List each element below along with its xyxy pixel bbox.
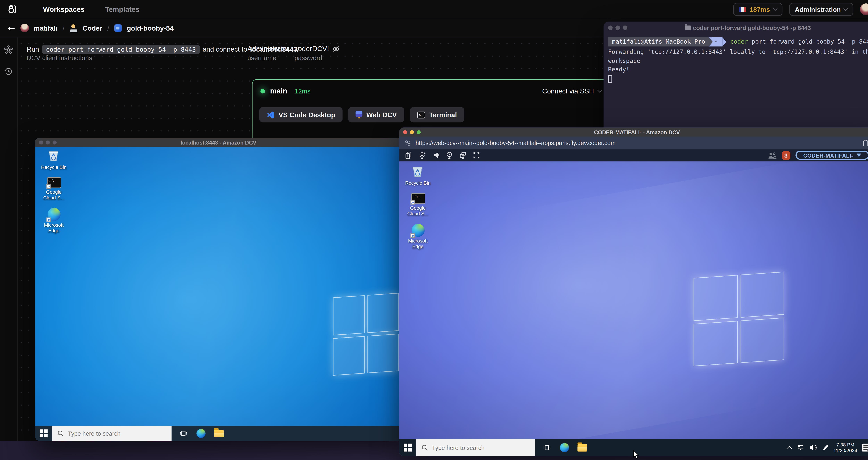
breadcrumb-workspace[interactable]: gold-booby-54 bbox=[127, 24, 174, 32]
start-button[interactable] bbox=[35, 426, 52, 441]
prompt-host-segment: matifali@Atifs-MacBook-Pro bbox=[608, 37, 709, 47]
taskbar-search[interactable] bbox=[52, 426, 172, 441]
start-button[interactable] bbox=[399, 439, 416, 456]
username-value: Administrator bbox=[247, 45, 289, 53]
user-avatar[interactable] bbox=[860, 3, 868, 15]
search-icon bbox=[57, 430, 64, 437]
folder-icon bbox=[685, 25, 691, 30]
desktop-icon-label: Recycle Bin bbox=[405, 180, 431, 186]
desktop-icons: Recycle Bin ↗ Google Cloud S... ↗ Micros… bbox=[37, 149, 70, 233]
administration-dropdown[interactable]: Administration bbox=[789, 3, 853, 16]
connect-via-ssh-dropdown[interactable]: Connect via SSH bbox=[542, 87, 601, 95]
terminal-titlebar[interactable]: coder port-forward gold-booby-54 -p 8443 bbox=[603, 22, 868, 33]
username-label: username bbox=[247, 54, 289, 61]
breadcrumb-template[interactable]: Coder bbox=[83, 24, 102, 32]
resources-topology-icon[interactable] bbox=[4, 45, 13, 54]
triangle-down-icon bbox=[857, 153, 861, 157]
terminal-icon: >_ bbox=[417, 111, 425, 118]
password-credential: coderDCV! password bbox=[294, 45, 340, 61]
latency-dropdown[interactable]: 187ms bbox=[733, 3, 782, 16]
nav-tabs: Workspaces Templates bbox=[43, 5, 140, 13]
desktop-icon-label: Microsoft Edge bbox=[42, 222, 65, 233]
url-text[interactable]: https://web-dcv--main--gold-booby-54--ma… bbox=[415, 139, 616, 146]
display-settings-icon[interactable] bbox=[459, 151, 466, 159]
notification-count-badge: 1 bbox=[867, 447, 868, 454]
chevron-down-icon bbox=[597, 88, 602, 93]
terminal-output-line: Forwarding 'tcp://127.0.0.1:8443' locall… bbox=[608, 48, 868, 65]
back-button[interactable]: ← bbox=[8, 23, 15, 33]
desktop-icons: Recycle Bin ↗ Google Cloud S... ↗ Micros… bbox=[401, 165, 434, 249]
file-explorer-icon[interactable] bbox=[578, 444, 587, 451]
tab-templates[interactable]: Templates bbox=[105, 5, 140, 13]
dcv-right-titlebar[interactable]: CODER-MATIFALI- - Amazon DCV bbox=[399, 127, 868, 137]
desktop-icon-label: Microsoft Edge bbox=[407, 238, 429, 249]
vscode-desktop-button[interactable]: VS Code Desktop bbox=[259, 107, 343, 122]
chevron-down-icon bbox=[843, 6, 848, 11]
taskbar-clock[interactable]: 7:38 PM 11/20/2024 bbox=[833, 441, 857, 453]
terminal-window-title: coder port-forward gold-booby-54 -p 8443 bbox=[603, 24, 868, 31]
fullscreen-icon[interactable] bbox=[473, 151, 480, 159]
terminal-output[interactable]: matifali@Atifs-MacBook-Pro ~ coder port-… bbox=[603, 33, 868, 85]
port-forward-command[interactable]: coder port-forward gold-booby-54 -p 8443 bbox=[42, 45, 200, 54]
site-info-icon[interactable] bbox=[405, 140, 411, 146]
taskbar-search[interactable] bbox=[416, 439, 535, 456]
build-history-icon[interactable] bbox=[4, 67, 13, 76]
terminal-title-text: coder port-forward gold-booby-54 -p 8443 bbox=[693, 24, 811, 31]
copy-url-icon[interactable] bbox=[862, 139, 868, 146]
volume-icon[interactable] bbox=[809, 444, 817, 451]
powerline-arrow-icon bbox=[709, 37, 713, 46]
recycle-bin-icon[interactable]: Recycle Bin bbox=[41, 149, 66, 170]
dcv-left-titlebar[interactable]: localhost:8443 - Amazon DCV bbox=[35, 138, 402, 147]
technologist-emoji-icon bbox=[70, 24, 78, 32]
session-name: CODER-MATIFALI- bbox=[803, 152, 853, 159]
coder-logo-icon[interactable] bbox=[6, 3, 18, 16]
recycle-bin-icon[interactable]: Recycle Bin bbox=[405, 165, 431, 186]
eye-off-icon[interactable] bbox=[333, 45, 340, 52]
prompt-dir-segment: ~ bbox=[712, 37, 722, 47]
edge-taskbar-icon[interactable] bbox=[196, 429, 206, 438]
dcv-client-instructions-link[interactable]: DCV client instructions bbox=[27, 54, 92, 61]
terminal-output-line: Ready! bbox=[608, 65, 868, 74]
tab-workspaces[interactable]: Workspaces bbox=[43, 5, 85, 13]
windows-wallpaper bbox=[35, 147, 402, 441]
collaborators-icon[interactable] bbox=[768, 151, 777, 159]
microphone-muted-icon[interactable] bbox=[418, 151, 426, 159]
command-args: port-forward gold-booby-54 -p 8443 bbox=[748, 37, 868, 46]
webcam-muted-icon[interactable] bbox=[446, 151, 453, 159]
session-dropdown[interactable]: CODER-MATIFALI- bbox=[796, 151, 868, 160]
file-explorer-icon[interactable] bbox=[214, 430, 224, 437]
username-credential: Administrator username bbox=[247, 45, 289, 61]
google-cloud-sdk-icon[interactable]: ↗ Google Cloud S... bbox=[405, 193, 430, 217]
google-cloud-sdk-icon[interactable]: ↗ Google Cloud S... bbox=[41, 177, 66, 201]
action-center-icon[interactable]: 1 bbox=[862, 444, 868, 452]
dcv-right-title: CODER-MATIFALI- - Amazon DCV bbox=[399, 129, 868, 135]
task-view-icon[interactable] bbox=[180, 429, 187, 437]
speaker-icon[interactable] bbox=[432, 151, 439, 159]
vscode-icon bbox=[267, 111, 275, 119]
search-input[interactable] bbox=[68, 430, 153, 437]
powerline-arrow-icon bbox=[722, 37, 726, 46]
search-input[interactable] bbox=[432, 444, 517, 451]
web-dcv-label: Web DCV bbox=[366, 111, 397, 119]
owner-avatar bbox=[20, 24, 29, 32]
network-icon[interactable] bbox=[797, 444, 805, 451]
tray-expand-icon[interactable] bbox=[786, 445, 792, 451]
clock-date: 11/20/2024 bbox=[833, 448, 857, 454]
dcv-icon bbox=[355, 111, 362, 118]
toolbar-right: 3 CODER-MATIFALI- bbox=[768, 151, 868, 160]
system-tray: 7:38 PM 11/20/2024 1 bbox=[788, 439, 868, 456]
edge-taskbar-icon[interactable] bbox=[560, 443, 569, 452]
connection-count-badge[interactable]: 3 bbox=[782, 151, 790, 160]
pen-icon[interactable] bbox=[822, 444, 829, 451]
task-view-icon[interactable] bbox=[543, 444, 551, 452]
administration-label: Administration bbox=[795, 6, 841, 13]
web-dcv-button[interactable]: Web DCV bbox=[348, 107, 404, 122]
top-navbar: Workspaces Templates 187ms Administratio… bbox=[0, 0, 868, 19]
dcv-window-localhost: localhost:8443 - Amazon DCV Recycle Bin … bbox=[35, 138, 402, 441]
clipboard-icon[interactable] bbox=[405, 151, 412, 159]
terminal-button[interactable]: >_ Terminal bbox=[410, 107, 464, 122]
microsoft-edge-icon[interactable]: ↗ Microsoft Edge bbox=[42, 208, 65, 233]
password-value: coderDCV! bbox=[294, 45, 329, 53]
microsoft-edge-icon[interactable]: ↗ Microsoft Edge bbox=[407, 224, 429, 249]
breadcrumb-user[interactable]: matifali bbox=[34, 24, 58, 32]
